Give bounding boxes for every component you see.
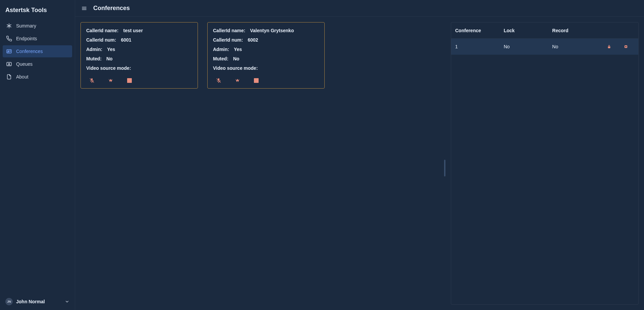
table-header-row: Conference Lock Record bbox=[451, 22, 638, 39]
field-label: CallerId num: bbox=[86, 37, 116, 43]
kick-button[interactable] bbox=[126, 77, 133, 84]
mute-button[interactable] bbox=[88, 77, 96, 84]
field-label: Muted: bbox=[86, 56, 102, 61]
field-label: Admin: bbox=[86, 47, 102, 52]
field-value: No bbox=[233, 56, 239, 61]
field-label: CallerId name: bbox=[86, 28, 118, 33]
nav-label: Endpoints bbox=[16, 36, 37, 41]
nav-item-conferences[interactable]: Conferences bbox=[3, 45, 72, 57]
nav-label: Conferences bbox=[16, 49, 43, 54]
field-callerid-num: CallerId num: 6001 bbox=[86, 37, 192, 43]
topbar: Conferences bbox=[75, 0, 644, 17]
field-callerid-name: CallerId name: Valentyn Grytsenko bbox=[213, 28, 319, 33]
field-admin: Admin: Yes bbox=[213, 47, 319, 52]
nav-item-summary[interactable]: Summary bbox=[3, 20, 72, 32]
nav-label: Summary bbox=[16, 23, 36, 29]
app-brand: Astertsk Tools bbox=[0, 5, 75, 20]
field-value: No bbox=[106, 56, 113, 61]
field-muted: Muted: No bbox=[86, 56, 192, 61]
field-label: CallerId name: bbox=[213, 28, 245, 33]
avatar: JN bbox=[5, 298, 13, 305]
field-label: CallerId num: bbox=[213, 37, 243, 43]
nav-list: Summary Endpoints Conferences bbox=[0, 20, 75, 83]
chevron-down-icon bbox=[65, 299, 69, 304]
user-name: John Normal bbox=[16, 299, 45, 304]
field-value: Valentyn Grytsenko bbox=[250, 28, 294, 33]
nav-label: About bbox=[16, 74, 29, 80]
nav-item-endpoints[interactable]: Endpoints bbox=[3, 33, 72, 45]
field-value: Yes bbox=[234, 47, 242, 52]
participants-panel: CallerId name: test user CallerId num: 6… bbox=[80, 22, 445, 305]
participant-actions bbox=[213, 75, 319, 84]
id-card-icon bbox=[6, 48, 12, 54]
conferences-table: Conference Lock Record 1 No No bbox=[451, 22, 639, 305]
field-value: 6001 bbox=[121, 37, 131, 43]
kick-button[interactable] bbox=[253, 77, 260, 84]
col-conference: Conference bbox=[455, 28, 504, 33]
svg-rect-7 bbox=[7, 62, 11, 66]
page-title: Conferences bbox=[93, 5, 130, 12]
field-label: Muted: bbox=[213, 56, 228, 61]
field-value: Yes bbox=[107, 47, 115, 52]
field-admin: Admin: Yes bbox=[86, 47, 192, 52]
record-button[interactable] bbox=[623, 44, 629, 50]
field-label: Admin: bbox=[213, 47, 229, 52]
user-menu[interactable]: JN John Normal bbox=[0, 295, 75, 310]
field-video-source-mode: Video source mode: bbox=[213, 65, 319, 71]
field-value: 6002 bbox=[248, 37, 258, 43]
main: Conferences CallerId name: test user Cal… bbox=[75, 0, 644, 310]
field-label: Video source mode: bbox=[86, 65, 131, 71]
nav-label: Queues bbox=[16, 61, 33, 67]
lock-button[interactable] bbox=[606, 44, 612, 50]
field-callerid-num: CallerId num: 6002 bbox=[213, 37, 319, 43]
nav-item-about[interactable]: About bbox=[3, 71, 72, 83]
participant-actions bbox=[86, 75, 192, 84]
field-label: Video source mode: bbox=[213, 65, 258, 71]
menu-toggle-button[interactable] bbox=[80, 5, 88, 12]
col-lock: Lock bbox=[504, 28, 552, 33]
cell-record: No bbox=[552, 44, 601, 49]
table-row[interactable]: 1 No No bbox=[451, 39, 638, 55]
phone-icon bbox=[6, 36, 12, 42]
scrollbar-thumb[interactable] bbox=[444, 160, 445, 176]
participant-card: CallerId name: test user CallerId num: 6… bbox=[80, 22, 198, 89]
stop-icon bbox=[127, 78, 132, 83]
col-record: Record bbox=[552, 28, 601, 33]
field-callerid-name: CallerId name: test user bbox=[86, 28, 192, 33]
sidebar-spacer bbox=[0, 83, 75, 295]
content: CallerId name: test user CallerId num: 6… bbox=[75, 17, 644, 310]
group-icon bbox=[6, 61, 12, 67]
video-button[interactable] bbox=[234, 77, 241, 84]
video-button[interactable] bbox=[107, 77, 114, 84]
field-video-source-mode: Video source mode: bbox=[86, 65, 192, 71]
file-icon bbox=[6, 74, 12, 80]
nav-item-queues[interactable]: Queues bbox=[3, 58, 72, 70]
participant-card: CallerId name: Valentyn Grytsenko Caller… bbox=[207, 22, 325, 89]
mute-button[interactable] bbox=[215, 77, 222, 84]
svg-point-4 bbox=[8, 51, 9, 52]
cell-lock: No bbox=[504, 44, 552, 49]
field-value: test user bbox=[123, 28, 143, 33]
sidebar: Astertsk Tools Summary Endpoints bbox=[0, 0, 75, 310]
svg-point-18 bbox=[625, 46, 627, 47]
stop-icon bbox=[254, 78, 259, 83]
field-muted: Muted: No bbox=[213, 56, 319, 61]
svg-rect-16 bbox=[608, 46, 610, 48]
asterisk-icon bbox=[6, 23, 12, 29]
cell-conference: 1 bbox=[455, 44, 504, 49]
svg-point-8 bbox=[8, 63, 9, 64]
